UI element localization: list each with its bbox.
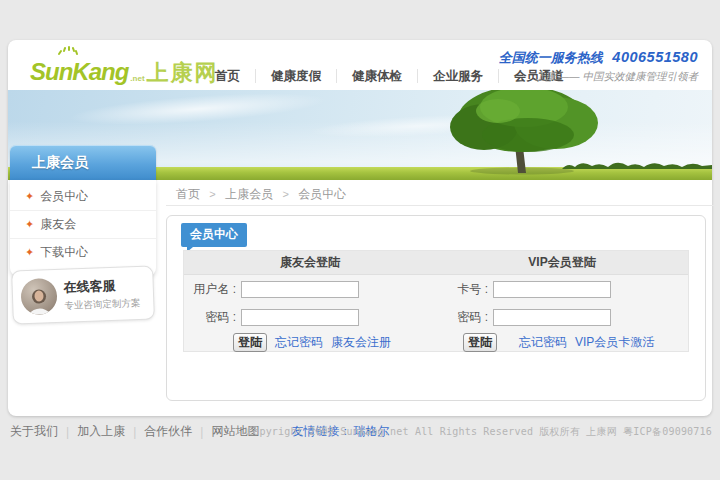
kangyouhui-login-form: 用户名 : 密码 : 登陆 忘记密码 康友会注册 [184,275,436,352]
breadcrumb-separator: > [209,188,215,200]
login-form-columns: 用户名 : 密码 : 登陆 忘记密码 康友会注册 [184,275,688,352]
footer-link-join[interactable]: 加入上康 [77,423,125,440]
diamond-bullet-icon: ✦ [25,246,34,258]
nav-item-enterprise-service[interactable]: 企业服务 [418,69,499,83]
vip-login-form: 卡号 : 密码 : 登陆 忘记密码 VIP会员卡激活 [436,275,688,352]
vip-card-activate-link[interactable]: VIP会员卡激活 [575,334,654,351]
person-icon [24,286,55,315]
kangyouhui-login-button[interactable]: 登陆 [233,333,267,352]
section-badge: 会员中心 [181,223,247,247]
vip-password-input[interactable] [493,309,611,326]
site-logo[interactable]: SunKang .net 上康网 [30,52,219,86]
service-hotline: 全国统一服务热线 4006551580 上康 —— 中国实效健康管理引领者 [499,49,698,84]
vip-login-button[interactable]: 登陆 [463,333,497,352]
breadcrumb-member[interactable]: 上康会员 [225,187,273,201]
sidebar-item-download-center[interactable]: ✦下载中心 [10,239,156,266]
forgot-password-link[interactable]: 忘记密码 [275,334,323,351]
hotline-line: 全国统一服务热线 4006551580 [499,49,698,67]
sun-rays-icon [57,46,79,56]
footer-link-about[interactable]: 关于我们 [10,423,58,440]
card-number-row: 卡号 : [436,281,611,298]
breadcrumb-separator: > [282,188,288,200]
brand-slogan: 上康 —— 中国实效健康管理引领者 [499,70,698,84]
kangyouhui-register-link[interactable]: 康友会注册 [331,334,391,351]
vip-forgot-password-link[interactable]: 忘记密码 [519,334,567,351]
vip-password-row: 密码 : [436,309,611,326]
nav-item-health-checkup[interactable]: 健康体检 [337,69,418,83]
kangyouhui-login-title: 康友会登陆 [184,251,436,274]
nav-item-home[interactable]: 首页 [200,69,256,83]
member-center-panel: 会员中心 康友会登陆 VIP会员登陆 用户名 : 密码 : [166,215,706,401]
vip-password-label: 密码 : [436,309,488,326]
login-form-headers: 康友会登陆 VIP会员登陆 [184,251,688,275]
password-input[interactable] [241,309,359,326]
footer-separator: | [133,425,136,439]
actions-row: 登陆 忘记密码 康友会注册 [184,333,391,352]
username-input[interactable] [241,281,359,298]
username-label: 用户名 : [184,281,236,298]
login-forms: 康友会登陆 VIP会员登陆 用户名 : 密码 : [183,250,689,352]
sidebar-item-label: 会员中心 [40,189,88,203]
sidebar-item-kangyouhui[interactable]: ✦康友会 [10,211,156,239]
username-row: 用户名 : [184,281,359,298]
breadcrumb: 首页 > 上康会员 > 会员中心 [166,183,716,206]
site-container: SunKang .net 上康网 首页 健康度假 健康体检 企业服务 会员通道 … [8,40,712,416]
service-title: 在线客服 [63,276,140,297]
vip-actions-row: 登陆 忘记密码 VIP会员卡激活 [436,333,654,352]
sidebar-title: 上康会员 [10,145,156,180]
card-number-input[interactable] [493,281,611,298]
hotline-label: 全国统一服务热线 [499,50,603,65]
banner-tree [432,90,612,175]
diamond-bullet-icon: ✦ [25,190,34,202]
copyright-text: Copyright 2009 Sunkang.net All Rights Re… [247,425,712,439]
nav-item-health-resort[interactable]: 健康度假 [256,69,337,83]
service-text: 在线客服 专业咨询定制方案 [63,276,140,313]
breadcrumb-home[interactable]: 首页 [176,187,200,201]
hotline-number: 4006551580 [612,49,698,65]
service-subtitle: 专业咨询定制方案 [64,297,140,313]
page-canvas: SunKang .net 上康网 首页 健康度假 健康体检 企业服务 会员通道 … [0,0,720,480]
sidebar-item-label: 下载中心 [40,245,88,259]
brand-tld: .net [130,74,144,83]
card-number-label: 卡号 : [436,281,488,298]
password-row: 密码 : [184,309,359,326]
diamond-bullet-icon: ✦ [25,218,34,230]
sidebar-item-label: 康友会 [40,217,76,231]
sidebar-menu: ✦会员中心 ✦康友会 ✦下载中心 [10,180,156,276]
vip-login-title: VIP会员登陆 [436,251,688,274]
footer-link-partners[interactable]: 合作伙伴 [144,423,192,440]
sidebar-item-member-center[interactable]: ✦会员中心 [10,183,156,211]
footer-separator: | [66,425,69,439]
service-agent-avatar [20,278,57,315]
brand-text: SunKang [30,58,128,86]
breadcrumb-current: 会员中心 [298,187,346,201]
password-label: 密码 : [184,309,236,326]
online-service-widget[interactable]: 在线客服 专业咨询定制方案 [11,266,155,325]
footer-separator: | [200,425,203,439]
